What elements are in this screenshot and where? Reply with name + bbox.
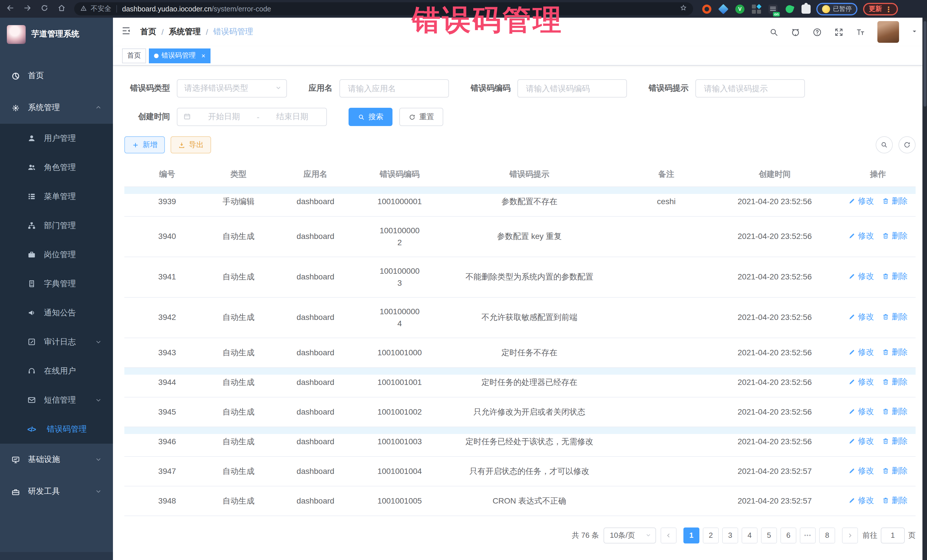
avatar-caret-icon[interactable] bbox=[911, 27, 918, 37]
extension-v-icon[interactable]: V bbox=[736, 4, 745, 14]
breadcrumb-system[interactable]: 系统管理 bbox=[169, 27, 201, 37]
app-name-input[interactable] bbox=[347, 83, 442, 94]
date-range-picker[interactable]: 开始日期 - 结束日期 bbox=[177, 108, 327, 126]
sidebar-item-roles[interactable]: 角色管理 bbox=[0, 153, 113, 182]
edit-link[interactable]: 修改 bbox=[848, 464, 874, 477]
breadcrumb-home[interactable]: 首页 bbox=[140, 27, 156, 37]
page-button-5[interactable]: 5 bbox=[761, 527, 777, 543]
security-label[interactable]: 不安全 bbox=[91, 4, 111, 14]
delete-link[interactable]: 删除 bbox=[882, 494, 907, 506]
tag-error-code-active[interactable]: 错误码管理 bbox=[149, 48, 211, 63]
search-button[interactable]: 搜索 bbox=[348, 108, 392, 126]
delete-link[interactable]: 删除 bbox=[882, 464, 907, 477]
refresh-icon bbox=[903, 141, 911, 149]
refresh-table-button[interactable] bbox=[898, 136, 916, 153]
tag-close-icon[interactable] bbox=[199, 52, 205, 59]
page-button-2[interactable]: 2 bbox=[703, 527, 719, 543]
goto-page-input[interactable] bbox=[881, 527, 905, 543]
sidebar-item-dev-tools[interactable]: 研发工具 bbox=[0, 476, 113, 508]
edit-link[interactable]: 修改 bbox=[848, 346, 874, 358]
page-button-8[interactable]: 8 bbox=[819, 527, 835, 543]
toggle-search-button[interactable] bbox=[876, 136, 893, 153]
cell-message: 不允许获取敏感配置到前端 bbox=[435, 297, 623, 338]
delete-link[interactable]: 删除 bbox=[882, 230, 907, 242]
edit-link[interactable]: 修改 bbox=[848, 270, 874, 282]
sidebar-item-dictionary[interactable]: 字典管理 bbox=[0, 269, 113, 298]
extensions-puzzle-icon[interactable] bbox=[801, 4, 811, 14]
delete-link[interactable]: 删除 bbox=[882, 195, 907, 207]
browser-reload-icon[interactable] bbox=[40, 3, 49, 15]
sidebar-fold-icon[interactable] bbox=[121, 26, 131, 38]
delete-link[interactable]: 删除 bbox=[882, 270, 907, 282]
browser-profile-chip[interactable]: 已暂停 bbox=[816, 3, 857, 15]
browser-home-icon[interactable] bbox=[57, 3, 66, 15]
app-logo[interactable]: 芋道管理系统 bbox=[0, 18, 113, 51]
edit-link[interactable]: 修改 bbox=[848, 375, 874, 387]
page-scrollbar[interactable] bbox=[922, 18, 927, 560]
error-type-select[interactable]: 请选择错误码类型 bbox=[177, 79, 287, 97]
extension-gem-icon[interactable] bbox=[718, 4, 728, 14]
delete-link[interactable]: 删除 bbox=[882, 311, 907, 323]
page-button-4[interactable]: 4 bbox=[742, 527, 758, 543]
sidebar-item-online-users[interactable]: 在线用户 bbox=[0, 357, 113, 385]
sidebar-item-departments[interactable]: 部门管理 bbox=[0, 211, 113, 240]
sidebar-item-users[interactable]: 用户管理 bbox=[0, 124, 113, 153]
sidebar-item-notices[interactable]: 通知公告 bbox=[0, 298, 113, 327]
sidebar-item-system[interactable]: 系统管理 bbox=[0, 92, 113, 124]
font-size-icon[interactable] bbox=[856, 27, 865, 37]
delete-link[interactable]: 删除 bbox=[882, 405, 907, 417]
cell-app: dashboard bbox=[267, 426, 364, 456]
error-code-input[interactable] bbox=[525, 83, 620, 94]
sidebar-item-error-code[interactable]: </> 错误码管理 bbox=[0, 414, 113, 444]
extension-ubuntu-icon[interactable] bbox=[702, 4, 711, 14]
add-button[interactable]: 新增 bbox=[125, 136, 165, 153]
chevron-down-icon bbox=[95, 337, 102, 346]
header-search-icon[interactable] bbox=[769, 27, 779, 37]
fullscreen-icon[interactable] bbox=[834, 27, 844, 37]
browser-update-button[interactable]: 更新 bbox=[863, 3, 898, 15]
table-row: 3946 自动生成 dashboard 1001001003 定时任务已经处于该… bbox=[125, 426, 916, 456]
delete-link[interactable]: 删除 bbox=[882, 435, 907, 447]
edit-link[interactable]: 修改 bbox=[848, 230, 874, 242]
cell-message: 定时任务不存在 bbox=[435, 338, 623, 367]
sidebar-item-menus[interactable]: 菜单管理 bbox=[0, 182, 113, 211]
github-icon[interactable] bbox=[791, 27, 800, 37]
edit-link[interactable]: 修改 bbox=[848, 195, 874, 207]
extension-sprout-icon[interactable] bbox=[785, 4, 795, 14]
sidebar-item-label: 部门管理 bbox=[44, 220, 76, 231]
user-avatar[interactable] bbox=[877, 21, 899, 43]
sidebar-item-audit-log[interactable]: 审计日志 bbox=[0, 327, 113, 357]
reset-button[interactable]: 重置 bbox=[399, 108, 443, 126]
help-icon[interactable] bbox=[812, 27, 822, 37]
sidebar-item-home[interactable]: 首页 bbox=[0, 60, 113, 92]
sidebar-item-sms[interactable]: 短信管理 bbox=[0, 385, 113, 414]
extension-grid-icon[interactable] bbox=[752, 4, 761, 14]
org-tree-icon bbox=[27, 221, 36, 230]
page-button-1[interactable]: 1 bbox=[684, 527, 699, 543]
bookmark-star-icon[interactable] bbox=[679, 4, 687, 14]
sidebar-item-infrastructure[interactable]: 基础设施 bbox=[0, 444, 113, 476]
page-size-select[interactable]: 10条/页 bbox=[603, 527, 656, 543]
delete-link[interactable]: 删除 bbox=[882, 375, 907, 387]
page-button-6[interactable]: 6 bbox=[780, 527, 796, 543]
delete-link[interactable]: 删除 bbox=[882, 346, 907, 358]
address-bar[interactable]: 不安全 dashboard.yudao.iocoder.cn/system/er… bbox=[74, 2, 693, 15]
export-button[interactable]: 导出 bbox=[170, 136, 211, 153]
edit-link[interactable]: 修改 bbox=[848, 405, 874, 417]
page-button-3[interactable]: 3 bbox=[722, 527, 738, 543]
edit-link[interactable]: 修改 bbox=[848, 435, 874, 447]
scrollbar-thumb[interactable] bbox=[923, 21, 926, 107]
next-page-button[interactable] bbox=[842, 527, 858, 543]
browser-forward-icon[interactable] bbox=[23, 3, 32, 15]
edit-link[interactable]: 修改 bbox=[848, 494, 874, 506]
page-more-button[interactable]: ••• bbox=[800, 527, 816, 543]
prev-page-button[interactable] bbox=[661, 527, 676, 543]
sidebar-item-posts[interactable]: 岗位管理 bbox=[0, 240, 113, 269]
extension-switch-icon[interactable]: on bbox=[768, 4, 778, 14]
browser-menu-dots-icon[interactable] bbox=[885, 4, 892, 14]
tag-home[interactable]: 首页 bbox=[122, 48, 146, 63]
edit-link[interactable]: 修改 bbox=[848, 311, 874, 323]
error-msg-input[interactable] bbox=[703, 83, 798, 94]
page-content: 错误码类型 请选择错误码类型 应用名 错误码编码 bbox=[113, 65, 927, 560]
browser-back-icon[interactable] bbox=[6, 3, 15, 15]
